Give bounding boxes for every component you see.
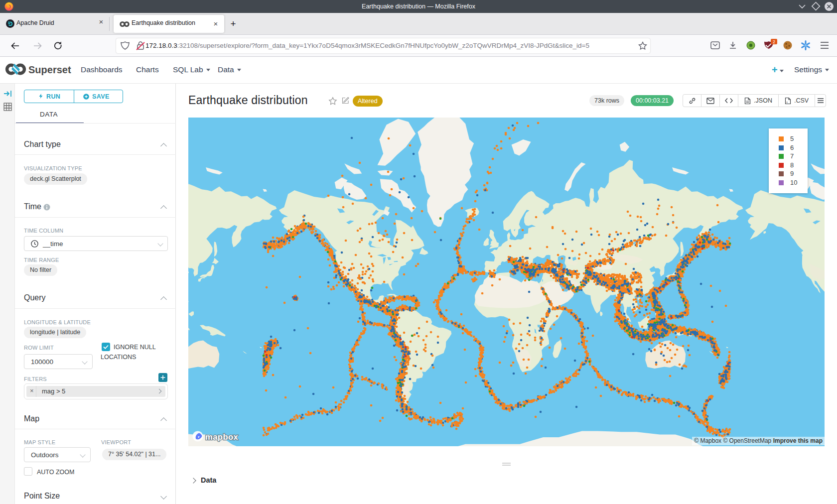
svg-text:Superset: Superset — [28, 64, 71, 75]
svg-text:mapbox: mapbox — [205, 432, 239, 441]
svg-text:2: 2 — [773, 39, 775, 44]
svg-text:x: x — [786, 101, 788, 104]
